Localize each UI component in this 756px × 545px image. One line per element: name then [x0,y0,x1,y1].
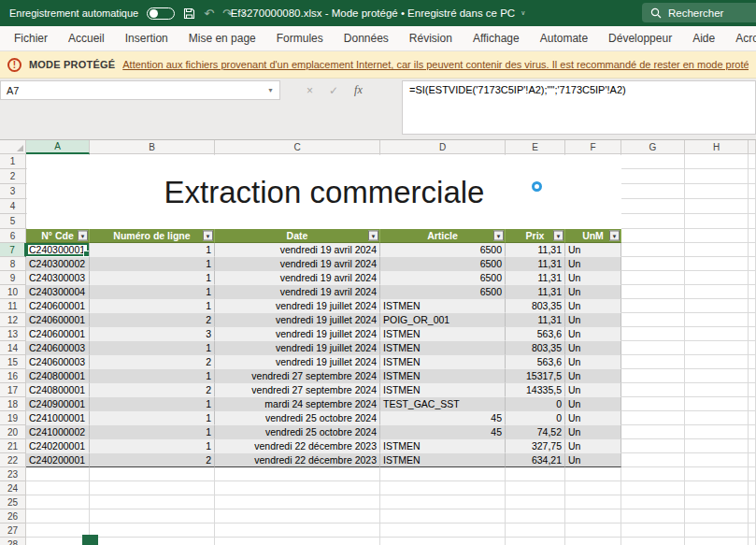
cell-E28[interactable] [506,538,565,545]
cell-G4[interactable] [621,199,685,214]
cell-A25[interactable] [26,495,90,509]
cell-G22[interactable] [621,453,685,467]
column-header-B[interactable]: B [90,140,215,154]
cell-D19[interactable]: 45 [380,411,506,425]
cell-A7[interactable]: C240300001 [26,243,90,257]
tab-formules[interactable]: Formules [266,26,334,50]
cell-D27[interactable] [380,523,506,538]
cell-A20[interactable]: C241000002 [26,425,90,439]
column-header-E[interactable]: E [506,140,565,154]
cell-E19[interactable]: 0 [506,411,565,425]
cell-H13[interactable] [685,327,749,341]
cell-H14[interactable] [685,341,749,355]
cell-H10[interactable] [685,285,749,299]
row-header-4[interactable]: 4 [0,199,26,214]
tab-développeur[interactable]: Développeur [598,26,682,50]
cell-D8[interactable]: 6500 [380,257,506,271]
cell-F28[interactable] [565,538,621,545]
column-header-H[interactable]: H [685,140,749,154]
cell-A14[interactable]: C240600003 [26,341,90,355]
insert-function-icon[interactable]: fx [354,83,363,97]
cell-H18[interactable] [685,397,749,411]
cell-F26[interactable] [565,509,621,523]
cell-B20[interactable]: 1 [90,425,215,439]
cell-E16[interactable]: 15317,5 [506,369,565,383]
cell-F14[interactable]: Un [565,341,621,355]
cell-D18[interactable]: TEST_GAC_SST [380,397,506,411]
cell-B14[interactable]: 1 [90,341,215,355]
cell-G8[interactable] [621,257,685,271]
row-header-6[interactable]: 6 [0,229,26,243]
cell-G25[interactable] [621,495,685,509]
cell-D9[interactable]: 6500 [380,271,506,285]
row-header-7[interactable]: 7 [0,243,26,257]
cell-C20[interactable]: vendredi 25 octobre 2024 [215,425,380,439]
enter-icon[interactable]: ✓ [329,84,338,97]
cell-E25[interactable] [506,495,565,509]
row-header-23[interactable]: 23 [0,467,26,481]
filter-icon[interactable]: ▼ [609,231,620,241]
cell-C14[interactable]: vendredi 19 juillet 2024 [215,341,380,355]
cell-C13[interactable]: vendredi 19 juillet 2024 [215,327,380,341]
cell-H12[interactable] [685,313,749,327]
cell-D13[interactable]: ISTMEN [380,327,506,341]
cell-H2[interactable] [685,169,749,184]
cell-A18[interactable]: C240900001 [26,397,90,411]
cell-C16[interactable]: vendredi 27 septembre 2024 [215,369,380,383]
cell-C18[interactable]: mardi 24 septembre 2024 [215,397,380,411]
cell-E8[interactable]: 11,31 [506,257,565,271]
column-header-C[interactable]: C [215,140,380,154]
cell-B17[interactable]: 2 [90,383,215,397]
cell-G6[interactable] [621,229,685,243]
row-header-15[interactable]: 15 [0,355,26,369]
row-header-27[interactable]: 27 [0,523,26,538]
cell-E10[interactable]: 11,31 [506,285,565,299]
filter-icon[interactable]: ▼ [368,231,378,241]
cell-G28[interactable] [621,538,685,545]
cell-D22[interactable]: ISTMEN [380,453,506,467]
column-header-F[interactable]: F [565,140,621,154]
cell-G3[interactable] [621,184,685,199]
cell-A27[interactable] [26,523,90,538]
cell-G2[interactable] [621,169,685,184]
cell-F8[interactable]: Un [565,257,621,271]
cell-H27[interactable] [685,523,749,538]
tab-révision[interactable]: Révision [399,26,463,50]
cell-F24[interactable] [565,481,621,495]
cell-C27[interactable] [215,523,380,538]
cell-C23[interactable] [215,467,380,481]
protected-mode-message-link[interactable]: Attention aux fichiers provenant d'un em… [122,59,749,70]
undo-icon[interactable]: ↶ [204,7,214,21]
cell-E18[interactable]: 0 [506,397,565,411]
cell-B21[interactable]: 1 [90,439,215,453]
cell-H3[interactable] [685,184,749,199]
cell-G15[interactable] [621,355,685,369]
cell-G24[interactable] [621,481,685,495]
cell-E20[interactable]: 74,52 [506,425,565,439]
cell-F22[interactable]: Un [565,453,621,467]
cell-A16[interactable]: C240800001 [26,369,90,383]
cell-C28[interactable] [215,538,380,545]
cell-F12[interactable]: Un [565,313,621,327]
cell-B25[interactable] [90,495,215,509]
cell-E15[interactable]: 563,6 [506,355,565,369]
cell-A28[interactable] [26,538,90,545]
row-header-26[interactable]: 26 [0,509,26,523]
save-icon[interactable] [183,7,195,20]
row-header-14[interactable]: 14 [0,341,26,355]
cell-B10[interactable]: 1 [90,285,215,299]
cell-F16[interactable]: Un [565,369,621,383]
cell-F13[interactable]: Un [565,327,621,341]
cell-B13[interactable]: 3 [90,327,215,341]
cell-A21[interactable]: C240200001 [26,439,90,453]
tab-insertion[interactable]: Insertion [115,26,178,50]
column-header-G[interactable]: G [621,140,685,154]
cell-G16[interactable] [621,369,685,383]
cell-E17[interactable]: 14335,5 [506,383,565,397]
row-header-21[interactable]: 21 [0,439,26,453]
cell-C12[interactable]: vendredi 19 juillet 2024 [215,313,380,327]
cell-G7[interactable] [621,243,685,257]
cell-C26[interactable] [215,509,380,523]
cell-A19[interactable]: C241000001 [26,411,90,425]
row-header-19[interactable]: 19 [0,411,26,425]
